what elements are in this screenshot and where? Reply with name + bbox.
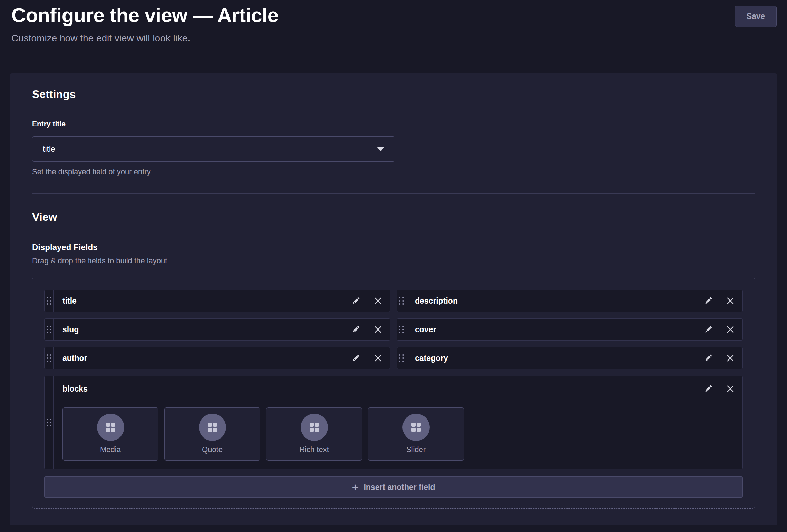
- component-card-quote[interactable]: Quote: [164, 407, 260, 461]
- view-heading: View: [32, 211, 57, 224]
- field-card-actions: [351, 290, 390, 312]
- blocks-header: blocks: [54, 376, 742, 394]
- edit-field-button[interactable]: [351, 296, 361, 306]
- field-card-title[interactable]: title: [44, 290, 390, 312]
- pencil-icon: [703, 353, 713, 363]
- entry-title-select[interactable]: title: [32, 136, 395, 162]
- edit-field-button[interactable]: [703, 384, 713, 394]
- field-card-slug[interactable]: slug: [44, 318, 390, 341]
- field-card-actions: [703, 347, 742, 369]
- page-title: Configure the view — Article: [11, 3, 278, 27]
- drag-dots-icon: [47, 297, 51, 305]
- section-divider: [32, 193, 755, 194]
- edit-field-button[interactable]: [703, 324, 713, 335]
- close-icon: [373, 353, 383, 363]
- field-row: slug cover: [44, 318, 743, 341]
- components-row: Media Quote Rich text: [62, 407, 464, 461]
- component-grid-icon: [411, 423, 421, 432]
- drag-dots-icon: [47, 326, 51, 333]
- displayed-fields-label: Displayed Fields: [32, 243, 97, 252]
- remove-field-button[interactable]: [725, 296, 736, 306]
- component-grid-icon: [310, 423, 319, 432]
- field-card-label: blocks: [62, 384, 703, 394]
- pencil-icon: [351, 325, 361, 334]
- drag-handle[interactable]: [397, 347, 406, 369]
- drag-dots-icon: [47, 354, 51, 362]
- drag-handle[interactable]: [45, 347, 54, 369]
- edit-field-button[interactable]: [703, 296, 713, 306]
- close-icon: [373, 296, 383, 306]
- component-circle: [301, 414, 328, 441]
- chevron-down-icon: [377, 147, 385, 151]
- pencil-icon: [703, 325, 713, 334]
- component-label: Slider: [406, 445, 426, 454]
- field-card-actions: [703, 319, 742, 340]
- remove-field-button[interactable]: [373, 324, 383, 335]
- edit-field-button[interactable]: [703, 353, 713, 363]
- drag-handle[interactable]: [45, 290, 54, 312]
- remove-field-button[interactable]: [373, 296, 383, 306]
- insert-another-field-button[interactable]: + Insert another field: [44, 476, 743, 498]
- field-card-description[interactable]: description: [397, 290, 743, 312]
- component-card-media[interactable]: Media: [62, 407, 158, 461]
- component-card-rich-text[interactable]: Rich text: [266, 407, 362, 461]
- field-card-category[interactable]: category: [397, 347, 743, 369]
- component-circle: [402, 414, 430, 441]
- field-card-author[interactable]: author: [44, 347, 390, 369]
- blocks-body: blocks: [54, 376, 742, 469]
- settings-heading: Settings: [32, 88, 76, 101]
- fields-dropzone: title description: [32, 277, 755, 509]
- displayed-fields-hint: Drag & drop the fields to build the layo…: [32, 256, 167, 265]
- drag-handle[interactable]: [397, 319, 406, 340]
- remove-field-button[interactable]: [725, 353, 736, 363]
- field-card-blocks[interactable]: blocks: [44, 376, 743, 469]
- field-card-label: slug: [54, 319, 351, 340]
- drag-dots-icon: [399, 297, 404, 305]
- field-card-label: title: [54, 290, 351, 312]
- drag-dots-icon: [399, 354, 404, 362]
- field-card-label: description: [406, 290, 703, 312]
- drag-handle[interactable]: [45, 319, 54, 340]
- edit-field-button[interactable]: [351, 324, 361, 335]
- component-label: Rich text: [299, 445, 329, 454]
- insert-another-field-label: Insert another field: [363, 483, 435, 492]
- field-card-actions: [351, 319, 390, 340]
- field-card-label: category: [406, 347, 703, 369]
- field-row: title description: [44, 290, 743, 312]
- pencil-icon: [351, 353, 361, 363]
- field-card-cover[interactable]: cover: [397, 318, 743, 341]
- pencil-icon: [703, 384, 713, 394]
- component-label: Quote: [202, 445, 223, 454]
- drag-dots-icon: [47, 419, 51, 426]
- close-icon: [726, 353, 735, 363]
- component-circle: [199, 414, 226, 441]
- entry-title-hint: Set the displayed field of your entry: [32, 167, 151, 176]
- remove-field-button[interactable]: [725, 384, 736, 394]
- close-icon: [726, 296, 735, 306]
- remove-field-button[interactable]: [373, 353, 383, 363]
- remove-field-button[interactable]: [725, 324, 736, 335]
- main-panel: Settings Entry title title Set the displ…: [10, 73, 777, 525]
- component-grid-icon: [208, 423, 217, 432]
- edit-field-button[interactable]: [351, 353, 361, 363]
- field-card-label: cover: [406, 319, 703, 340]
- drag-handle[interactable]: [397, 290, 406, 312]
- component-circle: [97, 414, 124, 441]
- page-subtitle: Customize how the edit view will look li…: [11, 33, 190, 44]
- component-card-slider[interactable]: Slider: [368, 407, 464, 461]
- entry-title-select-value: title: [43, 145, 55, 154]
- drag-dots-icon: [399, 326, 404, 333]
- close-icon: [726, 384, 735, 394]
- save-button[interactable]: Save: [735, 6, 777, 27]
- pencil-icon: [351, 296, 361, 306]
- entry-title-label: Entry title: [32, 120, 66, 128]
- field-card-actions: [703, 384, 736, 394]
- drag-handle[interactable]: [45, 376, 54, 469]
- field-card-actions: [351, 347, 390, 369]
- close-icon: [726, 325, 735, 334]
- field-card-actions: [703, 290, 742, 312]
- component-grid-icon: [106, 423, 115, 432]
- field-row: author category: [44, 347, 743, 369]
- field-card-label: author: [54, 347, 351, 369]
- close-icon: [373, 325, 383, 334]
